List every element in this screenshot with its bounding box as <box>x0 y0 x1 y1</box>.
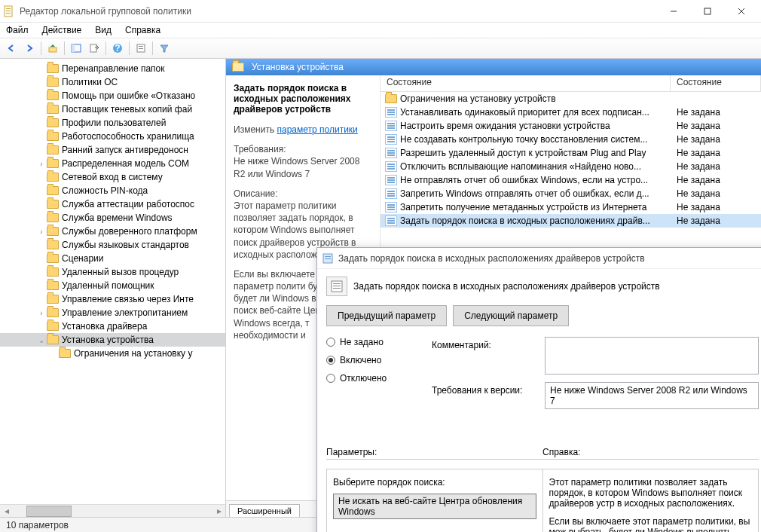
svg-rect-16 <box>139 48 143 49</box>
tree-item-label: Удаленный вызов процедур <box>62 267 179 277</box>
tree-item[interactable]: Удаленный вызов процедур <box>0 265 225 279</box>
option-label: Выберите порядок поиска: <box>333 477 536 488</box>
search-order-dropdown[interactable]: Не искать на веб-сайте Центра обновления… <box>333 494 536 519</box>
tree-item[interactable]: Помощь при ошибке «Отказано <box>0 89 225 102</box>
radio-enabled[interactable]: Включено <box>326 355 417 365</box>
radio-disabled[interactable]: Отключено <box>326 373 417 384</box>
close-button[interactable] <box>724 0 758 23</box>
list-row[interactable]: Настроить время ожидания установки устро… <box>380 119 761 133</box>
setting-name: Настроить время ожидания установки устро… <box>400 121 671 131</box>
collapse-icon[interactable]: ⌄ <box>36 336 47 344</box>
back-button[interactable] <box>3 40 20 57</box>
tree-item[interactable]: Работоспособность хранилища <box>0 130 225 143</box>
tree-item[interactable]: Служба времени Windows <box>0 211 225 225</box>
comment-label: Комментарий: <box>432 337 537 350</box>
tree-item-label: Ограничения на установку у <box>74 348 192 359</box>
setting-name: Задать порядок поиска в исходных располо… <box>400 216 671 226</box>
edit-policy-link[interactable]: параметр политики <box>277 124 357 135</box>
list-row[interactable]: Задать порядок поиска в исходных располо… <box>380 214 761 228</box>
tree-item[interactable]: ›Управление электропитанием <box>0 306 225 320</box>
list-row[interactable]: Отключить всплывающие напоминания «Найде… <box>380 160 761 173</box>
tree-item-label: Служба аттестации работоспос <box>62 199 194 209</box>
list-row[interactable]: Запретить получение метаданных устройств… <box>380 200 761 214</box>
expand-icon[interactable]: › <box>36 160 47 168</box>
tree-item[interactable]: Политики ОС <box>0 75 225 89</box>
tree-pane[interactable]: Перенаправление папокПолитики ОСПомощь п… <box>0 59 226 517</box>
setting-icon <box>385 175 397 185</box>
dialog-title: Задать порядок поиска в исходных располо… <box>338 253 761 264</box>
menu-view[interactable]: Вид <box>95 25 112 35</box>
list-row[interactable]: Не отправлять отчет об ошибках Windows, … <box>380 173 761 187</box>
tree-item[interactable]: Сценарии <box>0 252 225 265</box>
forward-button[interactable] <box>21 40 38 57</box>
tree-item[interactable]: Сложность PIN-кода <box>0 184 225 197</box>
expand-icon[interactable]: › <box>36 309 47 317</box>
list-row[interactable]: Ограничения на установку устройств <box>380 92 761 105</box>
tree-item-label: Перенаправление папок <box>62 63 165 74</box>
column-name[interactable]: Состояние <box>380 75 671 91</box>
status-text: 10 параметров <box>6 520 69 530</box>
tree-item[interactable]: Ранний запуск антивредоносн <box>0 143 225 157</box>
svg-rect-18 <box>325 256 331 257</box>
tree-item[interactable]: Профили пользователей <box>0 116 225 130</box>
minimize-button[interactable] <box>656 0 690 23</box>
category-header: Установка устройства <box>226 59 761 75</box>
list-row[interactable]: Не создавать контрольную точку восстанов… <box>380 133 761 146</box>
tree-item[interactable]: ⌄Установка устройства <box>0 333 225 347</box>
tab-extended[interactable]: Расширенный <box>229 504 300 517</box>
tree-item[interactable]: Управление связью через Инте <box>0 292 225 306</box>
export-list-button[interactable] <box>86 40 102 57</box>
tree-item[interactable]: Удаленный помощник <box>0 279 225 292</box>
tree-item[interactable]: ›Распределенная модель COM <box>0 157 225 170</box>
previous-setting-button[interactable]: Предыдущий параметр <box>326 305 447 326</box>
tree-item-label: Управление связью через Инте <box>62 294 194 304</box>
dialog-icon <box>322 252 334 264</box>
filter-button[interactable] <box>156 40 173 57</box>
tree-item[interactable]: Сетевой вход в систему <box>0 170 225 184</box>
tree-item[interactable]: Поставщик теневых копий фай <box>0 102 225 116</box>
dialog-setting-name: Задать порядок поиска в исходных располо… <box>353 281 660 292</box>
column-state[interactable]: Состояние <box>671 75 761 91</box>
menu-action[interactable]: Действие <box>42 25 82 35</box>
menu-file[interactable]: Файл <box>6 25 29 35</box>
show-hide-tree-button[interactable] <box>68 40 84 57</box>
help-button[interactable]: ? <box>109 40 126 57</box>
radio-not-configured[interactable]: Не задано <box>326 337 417 347</box>
setting-icon <box>385 148 397 158</box>
properties-button[interactable] <box>133 40 149 57</box>
folder-icon <box>47 254 59 263</box>
tree-horizontal-scrollbar[interactable]: ◂▸ <box>0 504 225 517</box>
folder-icon <box>47 335 59 344</box>
tree-item[interactable]: Установка драйвера <box>0 320 225 333</box>
dialog-titlebar[interactable]: Задать порядок поиска в исходных располо… <box>317 248 761 269</box>
list-row[interactable]: Устанавливать одинаковый приоритет для в… <box>380 105 761 119</box>
tree-item-label: Профили пользователей <box>62 118 166 128</box>
tree-item-label: Сценарии <box>62 253 103 264</box>
list-header[interactable]: Состояние Состояние <box>380 75 761 92</box>
help-text-2: Если вы включаете этот параметр политики… <box>549 516 753 532</box>
tree-item[interactable]: ›Службы доверенного платформ <box>0 225 225 238</box>
svg-rect-10 <box>72 44 75 52</box>
tree-item[interactable]: Служба аттестации работоспос <box>0 197 225 211</box>
policy-dialog: Задать порядок поиска в исходных располо… <box>316 247 761 532</box>
tree-item[interactable]: Ограничения на установку у <box>0 347 225 360</box>
svg-rect-23 <box>333 288 341 289</box>
setting-icon <box>385 202 397 212</box>
setting-state: Не задана <box>671 202 761 212</box>
folder-icon <box>47 200 59 209</box>
setting-name: Разрешить удаленный доступ к устройствам… <box>400 148 671 158</box>
setting-state: Не задана <box>671 188 761 199</box>
comment-input[interactable] <box>545 337 759 375</box>
next-setting-button[interactable]: Следующий параметр <box>453 305 569 326</box>
tree-item[interactable]: Службы языковых стандартов <box>0 238 225 252</box>
menu-help[interactable]: Справка <box>125 25 160 35</box>
tree-item[interactable]: Перенаправление папок <box>0 62 225 75</box>
expand-icon[interactable]: › <box>36 228 47 236</box>
up-button[interactable] <box>44 40 61 57</box>
maximize-button[interactable] <box>690 0 724 23</box>
list-row[interactable]: Запретить Windows отправлять отчет об ош… <box>380 187 761 200</box>
list-row[interactable]: Разрешить удаленный доступ к устройствам… <box>380 146 761 160</box>
svg-rect-19 <box>325 258 331 259</box>
tree-item-label: Ранний запуск антивредоносн <box>62 145 188 155</box>
tree-item-label: Поставщик теневых копий фай <box>62 104 192 115</box>
